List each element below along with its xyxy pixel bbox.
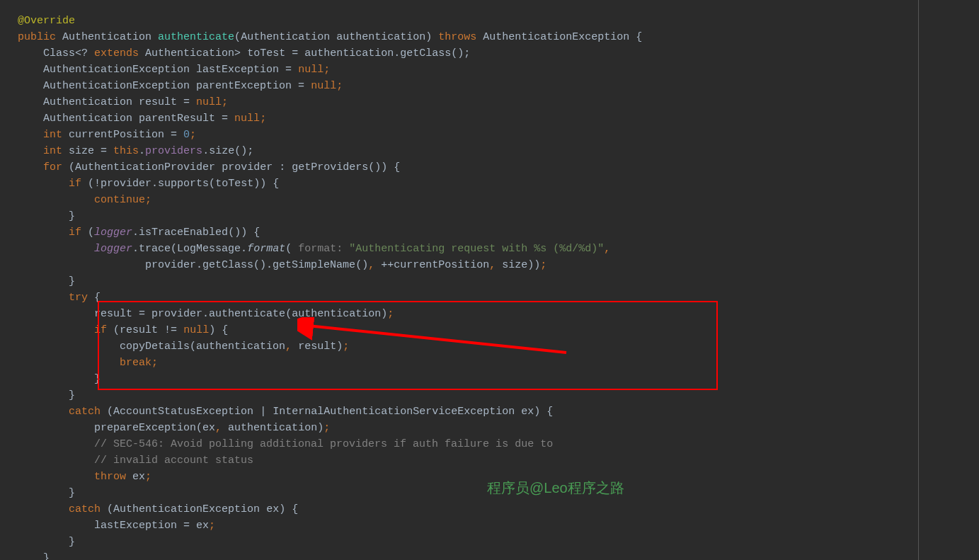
watermark-text: 程序员@Leo程序之路	[487, 480, 624, 496]
line-catch2: catch (AuthenticationException ex) {	[18, 501, 919, 518]
line-catch1: catch (AccountStatusException | Internal…	[18, 404, 919, 420]
code-editor[interactable]: @Overridepublic Authentication authentic…	[0, 0, 919, 560]
line-comment1: // SEC-546: Avoid polling additional pro…	[18, 436, 919, 452]
line-method-signature: public Authentication authenticate(Authe…	[18, 29, 919, 45]
line-size: int size = this.providers.size();	[18, 143, 919, 159]
line-close3: }	[18, 371, 919, 387]
line-lastex-assign: lastException = ex;	[18, 518, 919, 534]
line-parentexception: AuthenticationException parentException …	[18, 78, 919, 94]
line-break: break;	[18, 355, 919, 371]
line-close2: }	[18, 273, 919, 290]
line-result: Authentication result = null;	[18, 94, 919, 110]
line-close4: }	[18, 387, 919, 404]
line-close7: }	[18, 550, 919, 560]
line-for: for (AuthenticationProvider provider : g…	[18, 159, 919, 176]
line-copydetails: copyDetails(authentication, result);	[18, 338, 919, 355]
line-close1: }	[18, 208, 919, 224]
line-result-auth: result = provider.authenticate(authentic…	[18, 306, 919, 322]
line-close6: }	[18, 534, 919, 550]
line-parentresult: Authentication parentResult = null;	[18, 110, 919, 127]
line-try: try {	[18, 290, 919, 306]
line-trace-args: provider.getClass().getSimpleName(), ++c…	[18, 257, 919, 273]
line-totest: Class<? extends Authentication> toTest =…	[18, 45, 919, 62]
editor-margin-divider	[918, 0, 919, 560]
line-lastexception: AuthenticationException lastException = …	[18, 62, 919, 78]
line-close5: }	[18, 485, 919, 501]
line-annotation: @Override	[18, 13, 919, 29]
line-if-supports: if (!provider.supports(toTest)) {	[18, 176, 919, 192]
line-continue: continue;	[18, 192, 919, 208]
line-throw: throw ex;	[18, 469, 919, 485]
line-currentposition: int currentPosition = 0;	[18, 127, 919, 143]
line-comment2: // invalid account status	[18, 452, 919, 469]
line-trace: logger.trace(LogMessage.format( format: …	[18, 241, 919, 257]
line-if-result: if (result != null) {	[18, 322, 919, 338]
line-prepare: prepareException(ex, authentication);	[18, 420, 919, 436]
line-if-trace: if (logger.isTraceEnabled()) {	[18, 224, 919, 241]
